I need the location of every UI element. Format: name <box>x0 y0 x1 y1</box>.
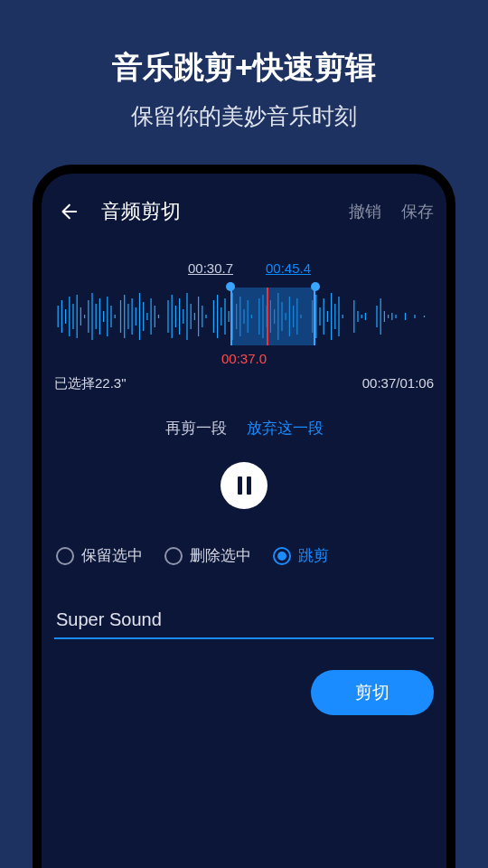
save-button[interactable]: 保存 <box>401 201 434 222</box>
hero-subtitle: 保留你的美妙音乐时刻 <box>0 101 488 131</box>
selection-end-handle[interactable] <box>311 282 320 291</box>
discard-segment-button[interactable]: 放弃这一段 <box>247 418 324 439</box>
radio-label: 删除选中 <box>190 545 251 566</box>
page-title: 音频剪切 <box>101 198 329 225</box>
radio-icon <box>56 547 74 565</box>
status-row: 已选择22.3" 00:37/01:06 <box>54 375 434 392</box>
play-pause-button[interactable] <box>221 462 267 509</box>
selected-duration: 已选择22.3" <box>54 375 127 392</box>
radio-icon <box>273 547 291 565</box>
selection-end-time[interactable]: 00:45.4 <box>266 260 311 276</box>
mode-radio-group: 保留选中 删除选中 跳剪 <box>54 545 434 566</box>
selection-overlay[interactable] <box>230 288 315 345</box>
filename-input[interactable] <box>54 606 434 639</box>
mode-keep-selected[interactable]: 保留选中 <box>56 545 143 566</box>
selection-start-time[interactable]: 00:30.7 <box>188 260 233 276</box>
radio-label: 保留选中 <box>81 545 143 566</box>
hero-title: 音乐跳剪+快速剪辑 <box>0 47 488 89</box>
segment-actions: 再剪一段 放弃这一段 <box>54 418 434 439</box>
radio-label: 跳剪 <box>298 545 329 566</box>
mode-delete-selected[interactable]: 删除选中 <box>164 545 251 566</box>
time-position: 00:37/01:06 <box>362 375 434 392</box>
cut-again-button[interactable]: 再剪一段 <box>165 418 227 439</box>
phone-frame: 音频剪切 撤销 保存 00:30.7 00:45.4 <box>33 165 455 868</box>
playhead-time: 00:37.0 <box>54 351 434 366</box>
radio-icon <box>164 547 183 565</box>
pause-icon <box>247 476 251 495</box>
playhead[interactable] <box>267 288 268 345</box>
selection-start-handle[interactable] <box>226 282 235 291</box>
mode-skip-cut[interactable]: 跳剪 <box>273 545 329 566</box>
cut-button[interactable]: 剪切 <box>311 670 434 715</box>
waveform[interactable] <box>54 288 434 345</box>
pause-icon <box>238 476 242 495</box>
back-button[interactable] <box>54 198 81 225</box>
selection-time-row: 00:30.7 00:45.4 <box>54 260 434 282</box>
arrow-left-icon <box>58 202 78 222</box>
top-bar: 音频剪切 撤销 保存 <box>54 193 434 230</box>
undo-button[interactable]: 撤销 <box>349 201 381 222</box>
app-screen: 音频剪切 撤销 保存 00:30.7 00:45.4 <box>42 174 446 868</box>
